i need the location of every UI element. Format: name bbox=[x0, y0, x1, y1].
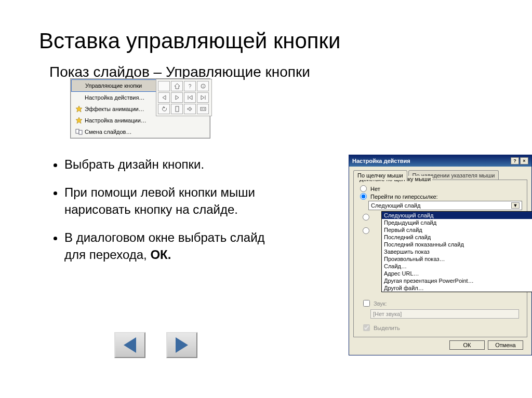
triangle-left-icon bbox=[124, 337, 136, 353]
menu-item-animation-setup[interactable]: Настройка анимации… bbox=[71, 115, 209, 126]
dropdown-item[interactable]: Произвольный показ… bbox=[382, 255, 532, 263]
dropdown-item[interactable]: Предыдущий слайд bbox=[382, 219, 532, 226]
menu-item-label: Настройка анимации… bbox=[85, 117, 207, 123]
dropdown-item[interactable]: Первый слайд bbox=[382, 226, 532, 234]
dropdown-item[interactable]: Другой файл… bbox=[382, 284, 532, 292]
svg-marker-15 bbox=[188, 107, 190, 111]
checkbox-input[interactable] bbox=[363, 300, 370, 307]
hyperlink-dropdown-list[interactable]: Следующий слайд Предыдущий слайд Первый … bbox=[381, 211, 532, 292]
dialog-buttons: ОК Отмена bbox=[353, 337, 527, 351]
radio-input[interactable] bbox=[360, 193, 367, 200]
svg-text:i: i bbox=[203, 85, 204, 88]
bullet-item: В диалоговом окне выбрать слайд для пере… bbox=[64, 229, 281, 264]
action-settings-dialog: Настройка действия ? × По щелчку мыши По… bbox=[349, 155, 532, 355]
close-button[interactable]: × bbox=[520, 157, 528, 164]
action-button-document[interactable] bbox=[171, 104, 183, 114]
svg-point-18 bbox=[204, 108, 205, 109]
dropdown-item[interactable]: Завершить показ bbox=[382, 248, 532, 255]
radio-hyperlink[interactable]: Перейти по гиперссылке: bbox=[360, 193, 523, 200]
checkbox-label: Звук: bbox=[374, 300, 387, 307]
next-slide-button[interactable] bbox=[166, 332, 197, 358]
highlight-checkbox-row[interactable]: Выделить bbox=[361, 323, 523, 333]
action-button-blank[interactable] bbox=[158, 81, 170, 91]
radio-input[interactable] bbox=[363, 214, 369, 221]
svg-marker-4 bbox=[175, 84, 180, 89]
svg-point-17 bbox=[202, 108, 203, 109]
help-button[interactable]: ? bbox=[511, 157, 519, 164]
star-icon bbox=[73, 116, 85, 125]
svg-marker-1 bbox=[76, 117, 82, 123]
action-group: Действие по щелчку мыши Нет Перейти по г… bbox=[353, 180, 527, 337]
dropdown-arrow-icon[interactable]: ▼ bbox=[511, 202, 520, 209]
menu-icon bbox=[73, 93, 85, 102]
dialog-title: Настройка действия bbox=[352, 158, 410, 164]
radio-input[interactable] bbox=[363, 227, 369, 234]
radio-none[interactable]: Нет bbox=[360, 185, 523, 192]
ok-button[interactable]: ОК bbox=[449, 340, 485, 350]
svg-marker-11 bbox=[201, 95, 204, 100]
action-button-back[interactable] bbox=[158, 92, 170, 103]
action-button-info[interactable]: i bbox=[197, 81, 209, 91]
dialog-tabs: По щелчку мыши По наведении указателя мы… bbox=[353, 170, 527, 180]
action-button-home[interactable] bbox=[171, 81, 183, 91]
action-button-begin[interactable] bbox=[184, 92, 196, 103]
radio-label: Перейти по гиперссылке: bbox=[370, 194, 438, 200]
svg-marker-0 bbox=[76, 106, 82, 112]
nav-buttons bbox=[114, 332, 197, 358]
action-button-sound[interactable] bbox=[184, 104, 196, 114]
radio-label: Нет bbox=[370, 186, 380, 192]
tab-on-click[interactable]: По щелчку мыши bbox=[353, 170, 407, 180]
dialog-titlebar[interactable]: Настройка действия ? × bbox=[349, 155, 531, 167]
svg-marker-10 bbox=[189, 95, 192, 100]
prev-slide-button[interactable] bbox=[114, 332, 145, 358]
dropdown-item[interactable]: Последний показанный слайд bbox=[382, 241, 532, 248]
dropdown-item[interactable]: Адрес URL… bbox=[382, 270, 532, 277]
svg-rect-14 bbox=[176, 106, 179, 112]
action-button-end[interactable] bbox=[197, 92, 209, 103]
combo-value: Следующий слайд bbox=[371, 202, 420, 209]
checkbox-label: Выделить bbox=[374, 325, 400, 331]
sound-checkbox-row[interactable]: Звук: bbox=[361, 298, 523, 308]
action-buttons-grid: ? i bbox=[156, 79, 212, 116]
sound-combo: [Нет звука] bbox=[370, 309, 519, 319]
action-button-help[interactable]: ? bbox=[184, 81, 196, 91]
svg-rect-2 bbox=[76, 129, 79, 133]
action-button-forward[interactable] bbox=[171, 92, 183, 103]
dropdown-item[interactable]: Другая презентация PowerPoint… bbox=[382, 277, 532, 284]
star-icon bbox=[73, 105, 85, 113]
menu-icon bbox=[74, 81, 85, 90]
svg-marker-8 bbox=[176, 95, 179, 100]
checkbox-input[interactable] bbox=[363, 324, 370, 331]
bullet-item: Выбрать дизайн кнопки. bbox=[64, 156, 281, 173]
dropdown-item[interactable]: Слайд… bbox=[382, 263, 532, 270]
menu-item-slide-transition[interactable]: Смена слайдов… bbox=[71, 126, 209, 138]
action-button-return[interactable] bbox=[158, 104, 170, 114]
cancel-button[interactable]: Отмена bbox=[488, 340, 523, 350]
transition-icon bbox=[73, 128, 85, 136]
svg-rect-3 bbox=[79, 130, 82, 134]
slide-subtitle: Показ слайдов – Управляющие кнопки bbox=[0, 53, 532, 80]
slide-title: Вставка управляющей кнопки bbox=[0, 0, 532, 53]
action-button-movie[interactable] bbox=[197, 104, 209, 114]
menu-item-label: Смена слайдов… bbox=[85, 129, 207, 135]
svg-marker-7 bbox=[163, 95, 166, 100]
bullet-item: При помощи левой кнопки мыши нарисовать … bbox=[64, 184, 281, 218]
dropdown-item[interactable]: Последний слайд bbox=[382, 234, 532, 241]
triangle-right-icon bbox=[176, 337, 188, 353]
svg-marker-13 bbox=[163, 106, 165, 108]
radio-input[interactable] bbox=[360, 185, 367, 192]
hyperlink-combo[interactable]: Следующий слайд ▼ bbox=[368, 201, 522, 210]
svg-rect-16 bbox=[201, 107, 206, 111]
dropdown-item[interactable]: Следующий слайд bbox=[382, 212, 532, 219]
